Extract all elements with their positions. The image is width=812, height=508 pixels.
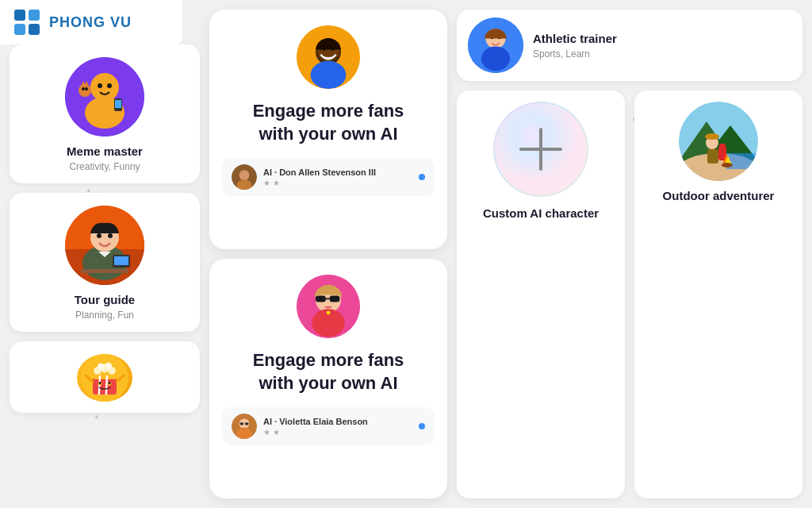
engage-title-2: Engage more fans with your own AI xyxy=(253,349,404,394)
meme-master-subtitle: Creativity, Funny xyxy=(69,161,140,172)
engage-title-1: Engage more fans with your own AI xyxy=(253,100,404,145)
outdoor-adventurer-image xyxy=(679,102,758,181)
engage-user-avatar-1 xyxy=(232,164,257,190)
custom-ai-title: Custom AI character xyxy=(483,206,599,220)
tour-guide-title: Tour guide xyxy=(75,293,135,306)
engage-user-info-1: AI · Don Allen Stevenson III ★ ★ xyxy=(263,167,412,187)
main-layout: Meme master Creativity, Funny xyxy=(0,0,812,508)
svg-rect-61 xyxy=(245,422,249,425)
svg-point-46 xyxy=(311,61,347,89)
outdoor-adventurer-title: Outdoor adventurer xyxy=(663,189,775,202)
engage-prefix-2: AI · xyxy=(263,417,279,426)
tour-guide-subtitle: Planning, Fun xyxy=(75,310,134,321)
athletic-trainer-image xyxy=(468,17,523,73)
svg-point-20 xyxy=(97,233,102,238)
meme-master-image xyxy=(65,57,144,137)
svg-rect-24 xyxy=(114,256,128,265)
svg-point-38 xyxy=(109,382,111,384)
engage-user-row-1: AI · Don Allen Stevenson III ★ ★ xyxy=(222,158,435,196)
svg-rect-53 xyxy=(330,295,340,302)
left-column: Meme master Creativity, Funny xyxy=(10,44,200,498)
athletic-trainer-subtitle: Sports, Learn xyxy=(533,48,791,60)
svg-point-6 xyxy=(90,73,119,102)
logo-text: PHONG VU xyxy=(49,14,132,31)
engage-user-row-2: AI · Violetta Elaia Benson ★ ★ xyxy=(222,407,435,445)
engage-avatar-2 xyxy=(297,275,360,338)
right-bottom-row: Custom AI character xyxy=(457,90,802,498)
athletic-trainer-info: Athletic trainer Sports, Learn xyxy=(533,32,791,60)
svg-point-21 xyxy=(108,233,113,238)
engage-user-info-2: AI · Violetta Elaia Benson ★ ★ xyxy=(263,417,412,437)
svg-rect-3 xyxy=(29,24,40,35)
svg-point-14 xyxy=(82,87,85,90)
popcorn-card[interactable] xyxy=(10,341,200,413)
engage-prefix-1: AI · xyxy=(263,167,279,177)
svg-rect-78 xyxy=(719,144,726,148)
svg-point-56 xyxy=(327,311,331,315)
engage-dot-1 xyxy=(419,174,425,180)
svg-point-34 xyxy=(105,363,112,369)
engage-user-avatar-2 xyxy=(232,414,257,439)
svg-rect-60 xyxy=(239,422,243,425)
middle-column: Engage more fans with your own AI AI · D… xyxy=(209,10,447,498)
logo-icon xyxy=(13,8,41,37)
svg-point-33 xyxy=(98,363,104,369)
svg-rect-27 xyxy=(93,375,117,379)
engage-avatar-1 xyxy=(297,25,360,89)
svg-rect-80 xyxy=(709,133,715,139)
outdoor-adventurer-card[interactable]: Outdoor adventurer xyxy=(634,90,802,498)
tour-guide-card[interactable]: Tour guide Planning, Fun xyxy=(10,193,200,332)
custom-ai-circle xyxy=(493,102,588,197)
engage-fullname-1: Don Allen Stevenson III xyxy=(279,167,376,177)
svg-point-66 xyxy=(481,46,510,71)
athletic-trainer-card[interactable]: Athletic trainer Sports, Learn xyxy=(457,10,802,81)
athletic-trainer-title: Athletic trainer xyxy=(533,32,791,45)
engage-stars-2: ★ ★ xyxy=(263,428,412,437)
svg-rect-76 xyxy=(707,149,718,164)
svg-rect-2 xyxy=(14,24,25,35)
meme-master-title: Meme master xyxy=(67,144,143,158)
svg-point-83 xyxy=(722,163,733,167)
engage-user-name-1: AI · Don Allen Stevenson III xyxy=(263,167,412,177)
svg-point-11 xyxy=(79,84,91,97)
svg-rect-10 xyxy=(115,100,121,108)
custom-ai-card[interactable]: Custom AI character xyxy=(457,90,625,498)
svg-rect-52 xyxy=(316,295,326,302)
svg-rect-0 xyxy=(14,10,25,21)
engage-fullname-2: Violetta Elaia Benson xyxy=(279,417,368,426)
engage-stars-1: ★ ★ xyxy=(263,179,412,187)
svg-point-15 xyxy=(85,87,88,90)
engage-title-text-2: Engage more fans with your own AI xyxy=(253,350,404,393)
header: PHONG VU xyxy=(0,0,182,44)
svg-line-29 xyxy=(106,375,107,394)
svg-point-48 xyxy=(239,170,250,180)
svg-point-37 xyxy=(99,382,102,384)
svg-point-7 xyxy=(98,83,102,88)
engage-title-text-1: Engage more fans with your own AI xyxy=(253,101,404,144)
svg-rect-1 xyxy=(29,10,40,21)
tour-guide-image xyxy=(65,206,144,285)
engage-dot-2 xyxy=(419,423,425,429)
svg-point-8 xyxy=(107,83,112,88)
engage-user-name-2: AI · Violetta Elaia Benson xyxy=(263,417,412,426)
right-column: Athletic trainer Sports, Learn xyxy=(457,10,802,498)
svg-rect-22 xyxy=(81,269,128,273)
engage-card-2[interactable]: Engage more fans with your own AI AI xyxy=(209,259,447,498)
meme-master-card[interactable]: Meme master Creativity, Funny xyxy=(10,44,200,183)
engage-card-1[interactable]: Engage more fans with your own AI AI · D… xyxy=(209,10,447,249)
popcorn-image xyxy=(77,354,132,402)
